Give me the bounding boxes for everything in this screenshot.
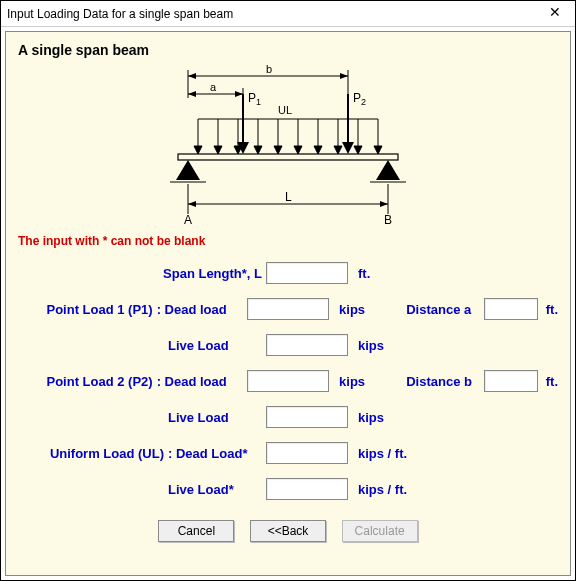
required-warning: The input with * can not be blank [18,234,558,248]
window-title: Input Loading Data for a single span bea… [7,7,233,21]
ul-label: UL [278,104,292,116]
span-length-label: Span Length*, L [18,266,266,281]
support-b-label: B [384,213,392,224]
distance-a-input[interactable] [484,298,538,320]
svg-marker-37 [235,91,243,97]
back-button[interactable]: <<Back [250,520,326,542]
svg-marker-29 [342,142,354,154]
svg-marker-25 [374,146,382,154]
p2-live-input[interactable] [266,406,348,428]
svg-marker-13 [254,146,262,154]
p1-dead-label: : Dead load [157,302,247,317]
svg-marker-21 [334,146,342,154]
titlebar: Input Loading Data for a single span bea… [1,1,575,27]
svg-marker-9 [214,146,222,154]
p1-dead-unit: kips [339,302,396,317]
span-length-unit: ft. [358,266,420,281]
ul-live-label: Live Load* [168,482,266,497]
p1-live-input[interactable] [266,334,348,356]
ul-live-unit: kips / ft. [358,482,407,497]
p1-group-label: Point Load 1 (P1) [18,302,157,317]
p2-live-label: Live Load [168,410,266,425]
svg-marker-43 [380,201,388,207]
dim-b-label: b [266,64,272,75]
distance-b-label: Distance b [406,374,483,389]
beam-diagram: b a P1 P2 UL L A B [18,64,558,228]
p1-dead-input[interactable] [247,298,329,320]
p2-dead-unit: kips [339,374,396,389]
ul-dead-input[interactable] [266,442,348,464]
svg-marker-31 [188,73,196,79]
svg-marker-15 [274,146,282,154]
distance-b-unit: ft. [546,374,558,389]
page-heading: A single span beam [18,42,558,58]
form: Span Length*, L ft. Point Load 1 (P1) : … [18,260,558,542]
p2-label: P2 [353,91,366,107]
svg-marker-42 [188,201,196,207]
p2-live-unit: kips [358,410,420,425]
svg-marker-2 [376,160,400,180]
p1-live-label: Live Load [168,338,266,353]
cancel-button[interactable]: Cancel [158,520,234,542]
distance-b-input[interactable] [484,370,538,392]
span-length-input[interactable] [266,262,348,284]
content-panel: A single span beam [5,31,571,576]
svg-marker-23 [354,146,362,154]
ul-live-input[interactable] [266,478,348,500]
p2-group-label: Point Load 2 (P2) [18,374,157,389]
svg-marker-19 [314,146,322,154]
ul-dead-label: : Dead Load* [168,446,266,461]
window-frame: Input Loading Data for a single span bea… [0,0,576,581]
dim-a-label: a [210,81,217,93]
distance-a-unit: ft. [546,302,558,317]
svg-marker-1 [176,160,200,180]
ul-group-label: Uniform Load (UL) [18,446,168,461]
svg-marker-17 [294,146,302,154]
support-a-label: A [184,213,192,224]
svg-rect-0 [178,154,398,160]
p1-label: P1 [248,91,261,107]
p1-live-unit: kips [358,338,420,353]
calculate-button[interactable]: Calculate [342,520,418,542]
svg-marker-36 [188,91,196,97]
button-row: Cancel <<Back Calculate [18,520,558,542]
distance-a-label: Distance a [406,302,483,317]
p2-dead-input[interactable] [247,370,329,392]
ul-dead-unit: kips / ft. [358,446,407,461]
close-icon[interactable]: ✕ [543,4,567,20]
svg-marker-32 [340,73,348,79]
svg-marker-7 [194,146,202,154]
dim-l-label: L [285,190,292,204]
p2-dead-label: : Dead load [157,374,247,389]
